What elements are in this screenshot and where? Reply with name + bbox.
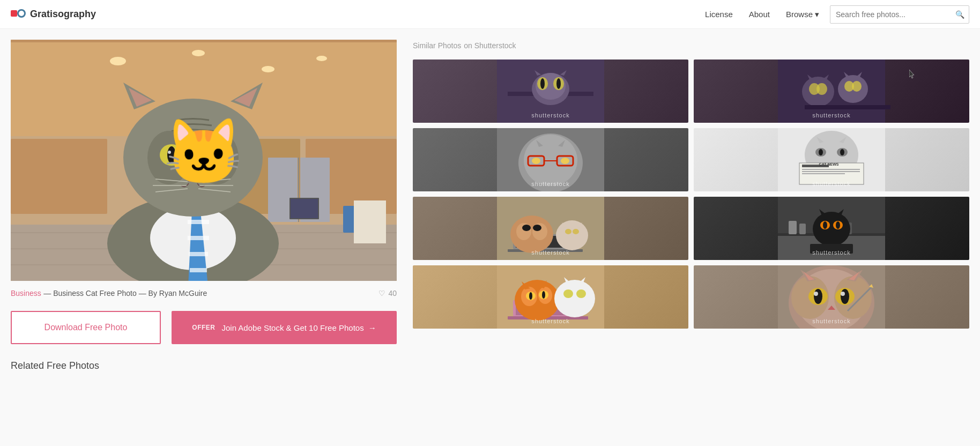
search-container: 🔍: [830, 5, 969, 24]
svg-point-147: [529, 292, 532, 300]
svg-point-76: [852, 81, 862, 92]
svg-point-121: [573, 229, 579, 234]
svg-text:CAT NEWS: CAT NEWS: [819, 162, 839, 166]
svg-rect-0: [11, 10, 17, 17]
photos-grid: shutterstock: [413, 60, 969, 329]
nav-links: License About Browse ▾: [705, 10, 819, 19]
svg-point-41: [196, 131, 239, 184]
svg-rect-81: [805, 105, 890, 109]
svg-rect-5: [11, 40, 397, 42]
offer-text: Join Adobe Stock & Get 10 Free Photos: [222, 323, 364, 332]
related-title: Related Free Photos: [11, 360, 397, 371]
cat-photo-placeholder: [11, 40, 397, 281]
nav-about[interactable]: About: [749, 10, 770, 19]
svg-point-74: [816, 83, 827, 95]
svg-point-46: [168, 151, 171, 154]
svg-point-26: [161, 160, 188, 182]
list-item[interactable]: shutterstock: [694, 60, 969, 123]
list-item[interactable]: CAT NEWS shutterstock: [694, 128, 969, 191]
svg-point-133: [823, 221, 827, 229]
svg-rect-17: [11, 139, 107, 214]
svg-point-66: [540, 78, 545, 89]
svg-point-47: [211, 151, 214, 154]
thumbnail-image: shutterstock: [694, 60, 969, 123]
svg-point-67: [556, 78, 561, 89]
svg-point-163: [814, 292, 818, 296]
svg-point-43: [203, 144, 226, 166]
offer-button[interactable]: OFFER Join Adobe Stock & Get 10 Free Pho…: [172, 311, 397, 344]
thumbnail-image: shutterstock: [413, 128, 688, 191]
svg-point-164: [841, 292, 845, 296]
list-item[interactable]: shutterstock: [694, 265, 969, 329]
svg-point-114: [533, 225, 541, 231]
svg-rect-59: [354, 200, 386, 243]
svg-point-161: [814, 289, 822, 304]
svg-point-128: [813, 212, 850, 246]
svg-point-45: [210, 146, 219, 163]
thumbnail-image: shutterstock: [694, 197, 969, 260]
svg-rect-22: [291, 199, 318, 218]
svg-point-2: [19, 11, 24, 16]
svg-point-6: [110, 57, 126, 65]
similar-source: on Shutterstock: [464, 41, 516, 50]
offer-arrow-icon: →: [368, 323, 376, 332]
list-item[interactable]: shutterstock: [694, 197, 969, 260]
svg-point-39: [123, 99, 263, 217]
svg-point-104: [819, 149, 823, 155]
photo-title: — Business Cat Free Photo — By Ryan McGu…: [43, 289, 207, 298]
svg-rect-125: [789, 221, 797, 234]
svg-rect-126: [799, 224, 806, 234]
sidebar: Similar Photos on Shutterstock: [407, 40, 969, 371]
svg-point-8: [262, 66, 274, 72]
nav-browse[interactable]: Browse ▾: [786, 10, 819, 19]
svg-point-105: [840, 149, 844, 155]
svg-point-153: [576, 289, 586, 298]
list-item[interactable]: shutterstock: [413, 60, 688, 123]
thumbnail-image: CAT NEWS shutterstock: [694, 128, 969, 191]
svg-point-162: [841, 289, 849, 304]
cat-illustration: [11, 40, 397, 281]
list-item[interactable]: shutterstock: [413, 128, 688, 191]
thumbnail-image: shutterstock: [413, 197, 688, 260]
svg-point-134: [836, 221, 840, 229]
offer-label: OFFER: [192, 324, 215, 331]
svg-point-89: [561, 158, 569, 164]
search-icon: 🔍: [955, 10, 964, 19]
svg-point-148: [542, 291, 545, 299]
photo-info: Business — Business Cat Free Photo — By …: [11, 288, 207, 298]
list-item[interactable]: shutterstock: [413, 197, 688, 260]
svg-point-140: [515, 280, 560, 321]
list-item[interactable]: shutterstock: [413, 265, 688, 329]
svg-point-9: [316, 56, 327, 61]
thumbnail-image: shutterstock: [413, 60, 688, 123]
svg-rect-98: [802, 173, 845, 174]
svg-point-88: [532, 158, 540, 164]
thumbnail-image: shutterstock: [694, 265, 969, 329]
thumbnail-image: shutterstock: [413, 265, 688, 329]
svg-point-44: [167, 146, 176, 163]
svg-rect-135: [810, 244, 853, 254]
like-count: 40: [388, 289, 397, 298]
svg-rect-97: [802, 171, 860, 172]
svg-point-120: [565, 229, 571, 234]
search-input[interactable]: [830, 10, 951, 19]
nav-license[interactable]: License: [705, 10, 733, 19]
svg-point-42: [160, 144, 183, 166]
download-button[interactable]: Download Free Photo: [11, 311, 161, 344]
photo-category[interactable]: Business: [11, 289, 41, 298]
similar-title: Similar Photos: [413, 41, 461, 50]
logo-text: Gratisography: [30, 9, 96, 20]
header: Gratisography License About Browse ▾ 🔍: [0, 0, 980, 29]
main-content: Business — Business Cat Free Photo — By …: [0, 29, 980, 382]
logo-icon: [11, 9, 26, 20]
like-button[interactable]: ♡ 40: [378, 289, 397, 298]
svg-rect-96: [802, 169, 860, 170]
svg-line-52: [198, 179, 231, 182]
svg-point-149: [554, 280, 595, 317]
search-button[interactable]: 🔍: [951, 10, 969, 19]
svg-point-40: [147, 131, 190, 184]
svg-marker-48: [189, 176, 197, 182]
photo-area: Business — Business Cat Free Photo — By …: [11, 40, 397, 371]
chevron-down-icon: ▾: [815, 10, 819, 19]
similar-header: Similar Photos on Shutterstock: [413, 40, 969, 51]
